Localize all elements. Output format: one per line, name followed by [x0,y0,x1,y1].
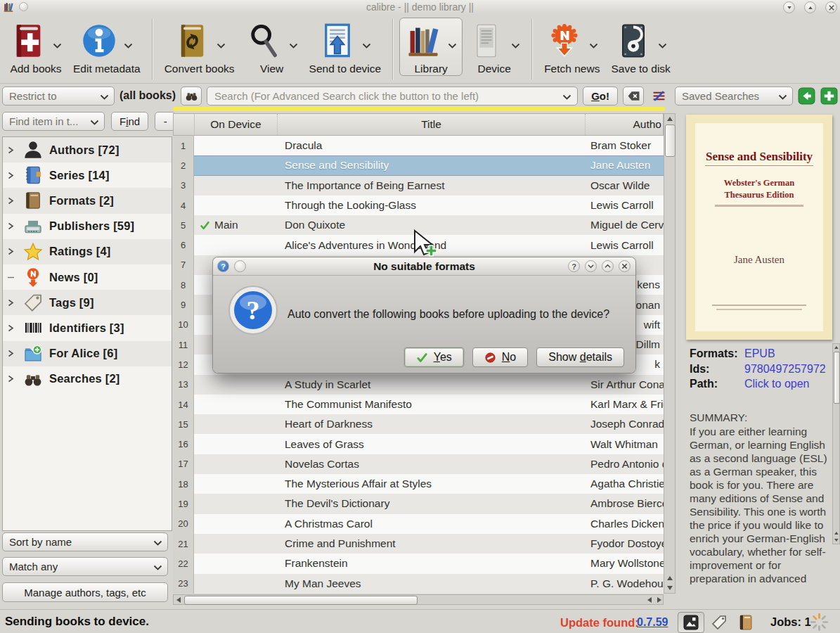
book-cover[interactable]: Sense and Sensibility Webster's German T… [686,115,832,340]
table-row[interactable]: 21Crime and PunishmentFyodor Dostoyev [173,534,664,554]
sidebar-item-searches[interactable]: Searches [2] [3,366,172,392]
column-header-title[interactable]: Title [278,114,586,135]
scroll-up-button[interactable] [834,531,838,536]
maximize-button[interactable] [804,1,816,13]
save-search-button[interactable] [820,87,838,105]
find-button[interactable]: Find [111,112,148,131]
advanced-search-button[interactable] [181,87,202,106]
table-row[interactable]: 1DraculaBram Stoker [173,136,664,155]
sort-by-combo[interactable]: Sort by name [2,532,168,551]
table-row[interactable]: 18The Mysterious Affair at StylesAgatha … [173,474,664,494]
scroll-up-button[interactable] [664,573,675,583]
book-details-toggle-button[interactable] [732,612,759,633]
scroll-up-button[interactable] [664,114,675,124]
chevron-down-icon[interactable] [589,43,598,49]
table-row[interactable]: 16Leaves of GrassWalt Whitman [173,434,664,454]
chevron-down-icon[interactable] [53,43,62,49]
chevron-down-icon[interactable] [562,94,571,100]
cover-browser-button[interactable] [678,612,704,633]
table-row[interactable]: 22FrankensteinMary Wollstonec [173,554,664,573]
expander-icon[interactable] [8,324,17,332]
toolbar-convert-books[interactable]: Convert books [159,18,240,76]
toolbar-view[interactable]: View [240,18,304,76]
chevron-down-icon[interactable] [362,43,371,49]
toolbar-edit-metadata[interactable]: Edit metadata [67,18,146,76]
dialog-shade-button[interactable] [585,260,597,272]
minimize-button[interactable] [783,1,795,13]
sidebar-item-authors[interactable]: Authors [72] [3,137,172,162]
show-details-button[interactable]: Show details [536,347,624,367]
expander-icon[interactable] [8,197,17,205]
close-button[interactable] [825,1,837,13]
toolbar-add-books[interactable]: Add books [4,18,67,76]
sidebar-item-tags[interactable]: Tags [9] [3,290,172,315]
jobs-spinner-icon[interactable] [810,613,829,632]
search-go-button[interactable]: Go! [583,87,618,106]
scrollbar-thumb[interactable] [834,352,840,404]
sidebar-item-news[interactable]: News [0] [3,264,172,290]
scroll-left-button[interactable] [647,597,652,603]
table-row[interactable]: 14The Communist ManifestoKarl Marx & Fri… [173,395,664,414]
search-input[interactable]: Search (For Advanced Search click the bu… [207,87,578,106]
chevron-down-icon[interactable] [289,43,298,49]
dialog-pin-button[interactable] [234,260,246,272]
sidebar-item-identifiers[interactable]: Identifiers [3] [3,315,172,340]
table-row[interactable]: 2Sense and SensibilityJane Austen [173,155,664,175]
highlight-matches-button[interactable] [649,87,670,106]
yes-button[interactable]: Yes [404,347,464,367]
restrict-to-combo[interactable]: Restrict to [2,87,115,106]
manage-authors-button[interactable]: Manage authors, tags, etc [2,582,168,602]
scroll-up-button[interactable] [834,345,838,350]
table-row[interactable]: 19The Devil's DictionaryAmbrose Bierce [173,494,664,513]
expander-icon[interactable] [8,248,17,255]
expander-icon[interactable] [8,350,17,357]
table-row[interactable]: 23My Man JeevesP. G. Wodehouse [173,574,664,594]
scroll-left-button[interactable] [174,595,183,605]
chevron-down-icon[interactable] [124,43,133,49]
expander-icon[interactable] [8,172,17,179]
chevron-down-icon[interactable] [658,43,667,49]
copy-search-button[interactable] [798,87,815,105]
sidebar-item-formats[interactable]: Formats [2] [3,188,172,213]
column-header-on-device[interactable]: On Device [195,114,278,135]
match-combo[interactable]: Match any [2,557,168,576]
table-row[interactable]: 4Through the Looking-GlassLewis Carroll [173,196,664,215]
table-row[interactable]: 3The Importance of Being EarnestOscar Wi… [173,176,664,196]
find-item-combo[interactable]: Find item in t... [2,112,105,131]
sidebar-item-series[interactable]: Series [14] [3,162,172,188]
dialog-close-button[interactable] [619,260,631,272]
scroll-right-button[interactable] [657,597,661,603]
update-version-link[interactable]: 0.7.59 [637,616,668,629]
chevron-down-icon[interactable] [511,43,520,49]
sidebar-item-for-alice[interactable]: For Alice [6] [3,341,172,366]
sidebar-item-ratings[interactable]: Ratings [4] [3,239,172,264]
expander-icon[interactable] [8,375,17,383]
toolbar-save-to-disk[interactable]: Save to disk [605,18,676,76]
chevron-down-icon[interactable] [448,43,457,49]
path-link[interactable]: Click to open [744,376,810,392]
table-row[interactable]: 15Heart of DarknessJoseph Conrad [173,414,664,434]
formats-link[interactable]: EPUB [744,346,775,362]
toolbar-device[interactable]: Device [463,18,526,76]
horizontal-scrollbar[interactable] [173,594,664,605]
toolbar-fetch-news[interactable]: Fetch news [538,18,605,76]
scroll-down-button[interactable] [834,538,838,543]
table-row[interactable]: 13A Study in ScarletSir Arthur Conan [173,375,664,395]
scrollbar-thumb[interactable] [184,596,418,605]
dialog-restore-button[interactable] [602,260,614,272]
expander-icon[interactable] [8,146,17,154]
details-scrollbar[interactable] [832,343,840,544]
dialog-help-button[interactable]: ? [568,260,580,272]
table-row[interactable]: 5MainDon QuixoteMiguel de Cervan [173,215,664,235]
expander-icon[interactable] [8,299,17,307]
vertical-scrollbar[interactable] [664,113,676,594]
toolbar-library[interactable]: Library [399,18,463,76]
expander-icon[interactable] [8,222,17,230]
saved-searches-combo[interactable]: Saved Searches [675,87,793,106]
table-row[interactable]: 17Novelas CortasPedro Antonio de [173,454,664,474]
clear-search-button[interactable] [623,87,644,106]
tag-browser-toggle-button[interactable] [706,612,732,633]
table-row[interactable]: 20A Christmas CarolCharles Dickens [173,514,664,534]
chevron-down-icon[interactable] [217,43,226,49]
sidebar-item-publishers[interactable]: Publishers [59] [3,214,172,239]
